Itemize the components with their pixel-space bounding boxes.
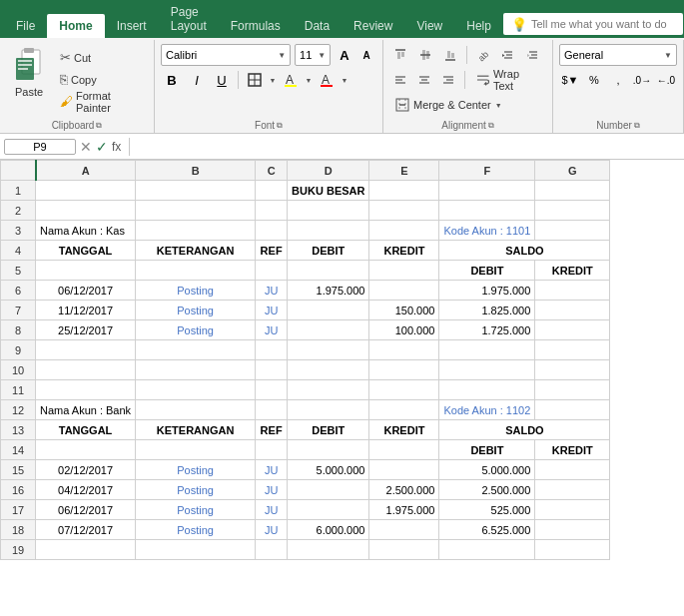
cell-7-D[interactable] — [288, 301, 369, 320]
row-number-18[interactable]: 18 — [1, 520, 36, 540]
cell-14-E[interactable] — [369, 440, 439, 460]
cell-15-E[interactable] — [369, 460, 439, 480]
cell-1-C[interactable] — [256, 181, 288, 201]
tab-review[interactable]: Review — [342, 14, 404, 38]
tell-me-bar[interactable]: 💡 — [503, 13, 683, 35]
cell-13-D[interactable]: DEBIT — [288, 420, 369, 440]
cell-1-G[interactable] — [535, 181, 610, 201]
cell-11-C[interactable] — [256, 380, 288, 400]
col-header-e[interactable]: E — [369, 161, 439, 181]
font-group-expand[interactable]: Font ⧉ — [161, 118, 376, 133]
col-header-b[interactable]: B — [136, 161, 256, 181]
font-color-button[interactable]: A — [316, 69, 338, 91]
cell-4-A[interactable]: TANGGAL — [36, 241, 136, 261]
cell-6-A[interactable]: 06/12/2017 — [36, 281, 136, 301]
cell-11-B[interactable] — [136, 380, 256, 400]
cell-14-G[interactable]: KREDIT — [535, 440, 610, 460]
copy-button[interactable]: ⎘ Copy — [56, 69, 148, 90]
cell-4-B[interactable]: KETERANGAN — [136, 241, 256, 261]
cell-19-A[interactable] — [36, 540, 136, 560]
cell-5-B[interactable] — [136, 261, 256, 281]
cell-15-B[interactable]: Posting — [136, 460, 256, 480]
alignment-group-expand[interactable]: Alignment ⧉ — [389, 118, 546, 133]
cell-3-A[interactable]: Nama Akun : Kas — [36, 221, 136, 241]
cell-12-A[interactable]: Nama Akun : Bank — [36, 400, 136, 420]
cell-12-G[interactable] — [535, 400, 610, 420]
align-center-button[interactable] — [413, 69, 434, 91]
cell-10-F[interactable] — [439, 360, 535, 380]
cell-11-E[interactable] — [369, 380, 439, 400]
cell-12-E[interactable] — [369, 400, 439, 420]
cell-18-B[interactable]: Posting — [136, 520, 256, 540]
cell-1-E[interactable] — [369, 181, 439, 201]
underline-button[interactable]: U — [211, 69, 233, 91]
cell-9-B[interactable] — [136, 340, 256, 360]
align-middle-button[interactable] — [414, 44, 436, 66]
cell-2-G[interactable] — [535, 201, 610, 221]
cell-7-B[interactable]: Posting — [136, 301, 256, 320]
percent-button[interactable]: % — [583, 69, 605, 91]
cell-14-D[interactable] — [288, 440, 369, 460]
cell-15-G[interactable] — [535, 460, 610, 480]
cell-6-C[interactable]: JU — [256, 281, 288, 301]
row-number-9[interactable]: 9 — [1, 340, 36, 360]
row-number-14[interactable]: 14 — [1, 440, 36, 460]
cell-4-E[interactable]: KREDIT — [369, 241, 439, 261]
cell-9-E[interactable] — [369, 340, 439, 360]
row-number-10[interactable]: 10 — [1, 360, 36, 380]
cell-18-A[interactable]: 07/12/2017 — [36, 520, 136, 540]
cell-6-D[interactable]: 1.975.000 — [288, 281, 369, 301]
tab-insert[interactable]: Insert — [105, 14, 159, 38]
tab-formulas[interactable]: Formulas — [219, 14, 293, 38]
font-expand-icon[interactable]: ⧉ — [277, 121, 283, 131]
cell-6-B[interactable]: Posting — [136, 281, 256, 301]
cell-16-D[interactable] — [288, 480, 369, 500]
cell-2-A[interactable] — [36, 201, 136, 221]
cell-9-G[interactable] — [535, 340, 610, 360]
formula-insert-icon[interactable]: fx — [112, 140, 121, 154]
cell-5-E[interactable] — [369, 261, 439, 281]
cell-18-E[interactable] — [369, 520, 439, 540]
cell-3-F[interactable]: Kode Akun : 1101 — [439, 221, 535, 241]
cell-17-F[interactable]: 525.000 — [439, 500, 535, 520]
cell-18-G[interactable] — [535, 520, 610, 540]
merge-dropdown[interactable]: ▼ — [495, 102, 502, 109]
row-number-13[interactable]: 13 — [1, 420, 36, 440]
col-header-d[interactable]: D — [288, 161, 369, 181]
cell-1-D[interactable]: BUKU BESAR — [288, 181, 369, 201]
cell-3-G[interactable] — [535, 221, 610, 241]
cell-2-E[interactable] — [369, 201, 439, 221]
cell-13-F[interactable]: SALDO — [439, 420, 610, 440]
tab-page-layout[interactable]: Page Layout — [159, 0, 219, 38]
cell-8-C[interactable]: JU — [256, 320, 288, 340]
borders-button[interactable] — [244, 69, 266, 91]
number-format-selector[interactable]: General ▼ — [559, 44, 677, 66]
format-painter-button[interactable]: 🖌 Format Painter — [56, 91, 148, 112]
number-expand-icon[interactable]: ⧉ — [634, 121, 640, 131]
cell-7-A[interactable]: 11/12/2017 — [36, 301, 136, 320]
cell-13-B[interactable]: KETERANGAN — [136, 420, 256, 440]
cell-8-E[interactable]: 100.000 — [369, 320, 439, 340]
tab-home[interactable]: Home — [47, 14, 104, 38]
cell-19-C[interactable] — [256, 540, 288, 560]
cell-13-C[interactable]: REF — [256, 420, 288, 440]
cell-10-G[interactable] — [535, 360, 610, 380]
cell-15-F[interactable]: 5.000.000 — [439, 460, 535, 480]
decrease-font-button[interactable]: A — [356, 45, 376, 65]
cell-8-G[interactable] — [535, 320, 610, 340]
cell-14-B[interactable] — [136, 440, 256, 460]
cell-12-D[interactable] — [288, 400, 369, 420]
formula-input[interactable] — [134, 140, 680, 154]
row-number-1[interactable]: 1 — [1, 181, 36, 201]
wrap-text-button[interactable]: Wrap Text — [470, 69, 547, 91]
row-number-19[interactable]: 19 — [1, 540, 36, 560]
cell-11-F[interactable] — [439, 380, 535, 400]
cell-6-G[interactable] — [535, 281, 610, 301]
align-top-button[interactable] — [389, 44, 411, 66]
cell-5-G[interactable]: KREDIT — [535, 261, 610, 281]
cell-9-A[interactable] — [36, 340, 136, 360]
cell-14-A[interactable] — [36, 440, 136, 460]
cell-13-A[interactable]: TANGGAL — [36, 420, 136, 440]
tell-me-input[interactable] — [531, 18, 671, 30]
cell-16-E[interactable]: 2.500.000 — [369, 480, 439, 500]
